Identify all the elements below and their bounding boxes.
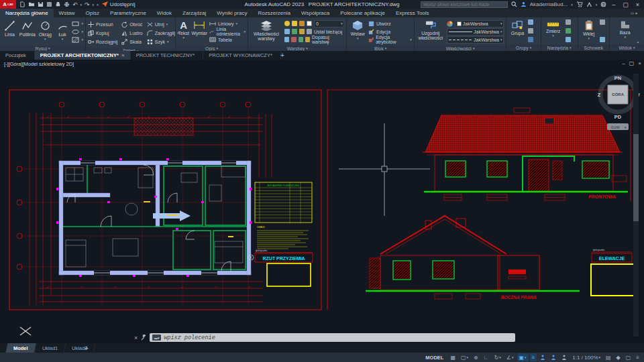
close-command-icon[interactable]: ×	[134, 335, 138, 341]
close-tab-icon[interactable]: ×	[121, 52, 125, 58]
ribbon-tab[interactable]: Widok	[152, 9, 177, 17]
open-folder-icon[interactable]	[28, 1, 35, 7]
ribbon-tab[interactable]: Rozszerzenia	[252, 9, 295, 17]
panel-label-opis[interactable]: Opis▾	[176, 46, 248, 51]
polyline-button[interactable]: Polilinia	[19, 19, 36, 44]
panel-label-blok[interactable]: Blok▾	[347, 46, 413, 51]
minimize-button[interactable]: –	[610, 1, 617, 8]
group-button[interactable]: Grupa	[508, 19, 526, 43]
circle-button[interactable]: Okrąg▾	[38, 19, 53, 44]
account-name[interactable]: AkademiaBud...	[530, 1, 568, 7]
ellipse-button[interactable]: ▾	[72, 27, 83, 36]
help-icon[interactable]: ?	[600, 1, 606, 7]
rectangle-button[interactable]: ▾	[72, 19, 83, 27]
object-snap-tracking-icon[interactable]: ∠▾	[504, 353, 516, 361]
edit-attributes-button[interactable]: !Edycja atrybutów▾	[368, 36, 412, 44]
base-view-button[interactable]: Baza▾	[615, 19, 635, 43]
lineweight-dropdown[interactable]: JakWarstwa▾	[447, 28, 504, 36]
layer-tool-icon[interactable]	[305, 37, 310, 42]
app-store-cart-icon[interactable]	[576, 1, 583, 7]
linetype-dropdown[interactable]: JakWarstwa▾	[447, 36, 504, 44]
ribbon-tab[interactable]: Wyniki pracy	[211, 9, 252, 17]
print-icon[interactable]	[64, 1, 70, 7]
match-properties-button[interactable]: Uzgodnij właściwości	[417, 19, 445, 44]
fillet-button[interactable]: Zaokrąglij▾	[147, 29, 179, 37]
copy-button[interactable]: Kopiuj	[88, 29, 117, 37]
scale-button[interactable]: Skala	[121, 38, 142, 46]
workspace-caret-icon[interactable]: ▭ ▾	[625, 9, 643, 17]
set-current-layer-button[interactable]: Ustal bieżącą	[314, 29, 342, 34]
document-tab[interactable]: Początek	[0, 51, 35, 60]
search-icon[interactable]	[511, 1, 517, 7]
measure-button[interactable]: Zmierz▾	[543, 19, 564, 43]
group-edit-icon[interactable]	[528, 28, 533, 34]
grid-icon[interactable]: ▦	[448, 353, 458, 361]
layer-lock-icon[interactable]	[299, 21, 305, 26]
layer-color-swatch[interactable]	[307, 21, 312, 26]
search-input[interactable]	[421, 1, 508, 8]
share-button[interactable]: Udostępnij	[102, 1, 136, 7]
qat-customize-icon[interactable]: ▾	[97, 3, 99, 6]
rotate-button[interactable]: Obróć	[121, 20, 142, 28]
model-space-button[interactable]: MODEL	[422, 355, 447, 361]
lineweight-display-icon[interactable]: ≡	[530, 353, 537, 361]
viewport-controls[interactable]: [-][Góra][Model szkieletowy 2D]	[4, 61, 74, 67]
layer-dropdown[interactable]: 0▾	[314, 20, 344, 27]
match-layer-button[interactable]: Dopasuj warstwę	[312, 35, 344, 44]
customize-wrench-icon[interactable]	[141, 335, 147, 341]
mirror-button[interactable]: Lustro	[121, 29, 142, 37]
command-input[interactable]: ▬▾ wpisz polecenie	[150, 333, 515, 342]
layer-tool-icon[interactable]	[299, 37, 303, 42]
panel-label-narzedzia[interactable]: Narzędzia▾	[541, 44, 578, 51]
create-block-button[interactable]: Utwórz	[368, 19, 412, 27]
isolate-objects-icon[interactable]: ◆	[614, 353, 623, 361]
copy-clip-icon[interactable]	[600, 37, 605, 42]
customization-icon[interactable]: ≡	[634, 353, 641, 361]
application-menu-button[interactable]: ACAD	[0, 0, 16, 9]
layer-thaw-icon[interactable]	[292, 21, 297, 26]
redo-caret-icon[interactable]: ▾	[93, 3, 95, 6]
line-button[interactable]: Linia	[2, 19, 17, 44]
ribbon-tab[interactable]: Opisz	[80, 9, 105, 17]
leader-button[interactable]: Linia odniesienia▾	[209, 27, 246, 36]
redo-icon[interactable]: ↷	[85, 1, 90, 8]
ribbon-tab[interactable]: Polecane aplikacje	[335, 9, 390, 17]
layout-tab[interactable]: Układ1	[34, 343, 66, 353]
ribbon-collapse-icon[interactable]: ▴	[637, 40, 639, 43]
dynamic-input-icon[interactable]: ⊕	[472, 353, 480, 361]
panel-label-widok[interactable]: Widok▾	[610, 44, 644, 51]
plot-icon[interactable]	[55, 1, 61, 7]
annotation-scale-value[interactable]: 1:1 / 100%▾	[570, 353, 602, 361]
vertical-scrollbar[interactable]	[633, 74, 639, 337]
layer-tool-icon[interactable]	[307, 29, 312, 34]
panel-label-warstwy[interactable]: Warstwy▾	[248, 46, 346, 51]
doc-restore-button[interactable]: ▢	[629, 60, 635, 66]
document-tab[interactable]: PROJEKT WYKONAWCZY*	[203, 51, 281, 60]
panel-label-schowek[interactable]: Schowek	[578, 44, 609, 51]
layer-properties-button[interactable]: Właściwości warstwy	[250, 19, 282, 44]
account-caret-icon[interactable]: ▾	[571, 3, 573, 6]
new-layout-button[interactable]: +	[79, 343, 94, 353]
trim-button[interactable]: Utnij▾	[147, 20, 179, 28]
panel-label-rysuj[interactable]: Rysuj▾	[0, 46, 85, 51]
ribbon-tab[interactable]: Narzędzia główne	[0, 9, 54, 17]
arc-button[interactable]: Łuk▾	[55, 19, 70, 44]
list-icon[interactable]	[566, 37, 571, 42]
layout-tab[interactable]: Model	[6, 343, 37, 353]
apps-caret-icon[interactable]: ▾	[596, 3, 598, 6]
paste-button[interactable]: Wklej▾	[580, 19, 598, 43]
layer-tool-icon[interactable]	[284, 29, 290, 34]
annotation-scale-icon[interactable]	[559, 353, 569, 361]
quick-calc-icon[interactable]	[566, 28, 571, 34]
document-tab[interactable]: PROJEKT TECHNICZNY*	[131, 51, 204, 60]
cut-icon[interactable]	[600, 19, 605, 25]
hatch-button[interactable]: ▾	[72, 36, 83, 44]
scrollbar-thumb[interactable]	[633, 134, 639, 221]
save-as-icon[interactable]	[46, 1, 52, 7]
layer-tool-icon[interactable]	[299, 29, 305, 34]
new-file-icon[interactable]	[19, 1, 25, 7]
group-select-icon[interactable]	[528, 37, 533, 42]
ribbon-tab[interactable]: Współpraca	[296, 9, 335, 17]
model-space-canvas[interactable]: ZESTAWIENIE POMIESZCZEŃ UWAGI:	[0, 60, 644, 343]
quick-properties-icon[interactable]: ▤	[604, 353, 613, 361]
